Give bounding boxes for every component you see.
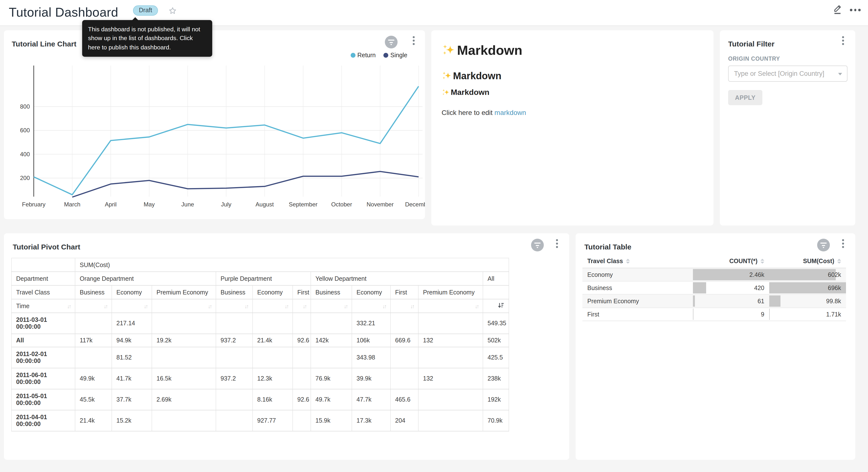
sparkles-icon: [441, 71, 452, 81]
pivot-column-header: [483, 286, 509, 299]
kebab-menu-icon[interactable]: [839, 36, 847, 48]
pivot-value-cell: 937.2: [216, 368, 253, 389]
pivot-value-cell: 47.7k: [352, 389, 391, 410]
legend-item-single[interactable]: Single: [384, 52, 408, 59]
kebab-menu-icon[interactable]: [839, 239, 847, 251]
x-axis-label: March: [64, 201, 81, 208]
pivot-value-cell: 41.7k: [112, 368, 152, 389]
value-label: 420: [754, 285, 764, 291]
chevron-down-icon: [838, 73, 842, 75]
pivot-value-cell: 132: [418, 368, 483, 389]
edit-pencil-icon[interactable]: [832, 3, 843, 15]
value-bar: [693, 295, 695, 307]
value-bar: [693, 308, 693, 320]
pivot-value-cell: 21.4k: [75, 410, 112, 431]
markdown-h1-text: Markdown: [457, 43, 522, 58]
pivot-value-cell: 549.35: [483, 313, 509, 334]
sparkles-icon: [441, 88, 450, 97]
panel-tutorial-line-chart: Tutorial Line Chart ReturnSingle 2004006…: [4, 30, 425, 219]
sort-desc-active-icon[interactable]: [498, 302, 504, 310]
pivot-value-cell: 19.2k: [152, 334, 216, 347]
sort-icon[interactable]: ↓↑: [104, 303, 107, 309]
pivot-value-cell: 49.9k: [75, 368, 112, 389]
column-header-sum-cost[interactable]: SUM(Cost): [769, 255, 846, 268]
pivot-value-cell: [311, 347, 352, 368]
kebab-menu-icon[interactable]: [553, 239, 561, 251]
page-title: Tutorial Dashboard: [9, 5, 118, 20]
pivot-column-header: Business: [311, 286, 352, 299]
sort-icon[interactable]: ↓↑: [410, 303, 414, 309]
value-label: 61: [757, 298, 764, 304]
favorite-star-icon[interactable]: [168, 6, 177, 15]
pivot-sort-cell: ↓↑: [75, 299, 112, 313]
value-label: 696k: [828, 285, 841, 291]
sort-icon[interactable]: ↓↑: [208, 303, 211, 309]
filter-funnel-icon[interactable]: [385, 36, 398, 49]
pivot-value-cell: [293, 368, 311, 389]
pivot-value-cell: [391, 347, 418, 368]
dashboard-page: Tutorial Dashboard Draft This dashboard …: [0, 0, 868, 472]
sort-icon[interactable]: ↓↑: [285, 303, 288, 309]
pivot-value-cell: 332.21: [352, 313, 391, 334]
table-header-row: Travel ClassCOUNT(*)SUM(Cost): [582, 255, 846, 268]
pivot-sort-cell: ↓↑: [112, 299, 152, 313]
pivot-column-header: Business: [75, 286, 112, 299]
pivot-corner-cell: [11, 258, 75, 272]
filter-funnel-icon[interactable]: [817, 239, 830, 252]
data-table-wrap: Travel ClassCOUNT(*)SUM(Cost) Economy2.4…: [582, 255, 846, 321]
pivot-row-label: 2011-02-01 00:00:00: [11, 347, 75, 368]
pivot-value-cell: 132: [418, 334, 483, 347]
x-axis-label: December: [405, 201, 425, 208]
y-axis-tick-label: 200: [20, 175, 30, 181]
column-header-label: Travel Class: [587, 258, 623, 265]
pivot-sort-cell: ↓↑: [216, 299, 253, 313]
pivot-group-header: Purple Department: [216, 272, 311, 286]
legend-dot: [384, 53, 389, 58]
pivot-sort-cell: ↓↑: [293, 299, 311, 313]
column-header-count[interactable]: COUNT(*): [693, 255, 769, 268]
draft-tooltip: This dashboard is not published, it will…: [82, 20, 212, 57]
x-axis-label: October: [331, 201, 352, 208]
sort-icon[interactable]: ↓↑: [344, 303, 347, 309]
pivot-table-wrap: SUM(Cost)DepartmentOrange DepartmentPurp…: [11, 258, 509, 432]
pivot-value-cell: 937.2: [216, 334, 253, 347]
pivot-value-cell: 2.69k: [152, 389, 216, 410]
value-label: 99.8k: [826, 298, 841, 304]
filter-title: Tutorial Filter: [728, 40, 774, 48]
origin-country-select[interactable]: Type or Select [Origin Country]: [728, 65, 847, 82]
markdown-h3: Markdown: [441, 88, 490, 97]
column-header-travel-class[interactable]: Travel Class: [582, 255, 693, 268]
pivot-column-header: Business: [216, 286, 253, 299]
sort-carets-icon: [837, 259, 841, 264]
pivot-table: SUM(Cost)DepartmentOrange DepartmentPurp…: [11, 258, 509, 432]
draft-badge[interactable]: Draft: [133, 5, 158, 16]
sort-icon[interactable]: ↓↑: [382, 303, 386, 309]
sort-icon[interactable]: ↓↑: [67, 303, 70, 309]
kebab-menu-icon[interactable]: [409, 36, 418, 48]
legend-item-return[interactable]: Return: [350, 52, 376, 59]
table-title: Tutorial Table: [584, 243, 631, 251]
sort-icon[interactable]: ↓↑: [245, 303, 248, 309]
cell-count: 61: [693, 294, 769, 308]
sort-icon[interactable]: ↓↑: [144, 303, 147, 309]
sort-icon[interactable]: ↓↑: [475, 303, 478, 309]
pivot-group-header: Orange Department: [75, 272, 216, 286]
pivot-value-cell: 204: [391, 410, 418, 431]
sort-carets-icon: [761, 259, 764, 264]
table-row: Economy2.46k602k: [582, 268, 846, 281]
filter-funnel-icon[interactable]: [531, 239, 544, 252]
pivot-row: 2011-03-01 00:00:00217.14332.21549.35: [11, 313, 509, 334]
more-menu-icon[interactable]: [850, 9, 861, 11]
sort-icon[interactable]: ↓↑: [303, 303, 306, 309]
cell-travel-class: First: [582, 308, 693, 321]
legend-dot: [350, 53, 355, 58]
markdown-edit-link[interactable]: markdown: [494, 109, 526, 116]
apply-button[interactable]: APPLY: [728, 90, 763, 105]
value-bar: [769, 295, 780, 307]
pivot-value-cell: [293, 313, 311, 334]
pivot-value-cell: [253, 313, 293, 334]
pivot-value-cell: 92.6: [293, 334, 311, 347]
pivot-value-cell: [152, 313, 216, 334]
pivot-value-cell: 12.3k: [253, 368, 293, 389]
table-row: First91.71k: [582, 308, 846, 321]
